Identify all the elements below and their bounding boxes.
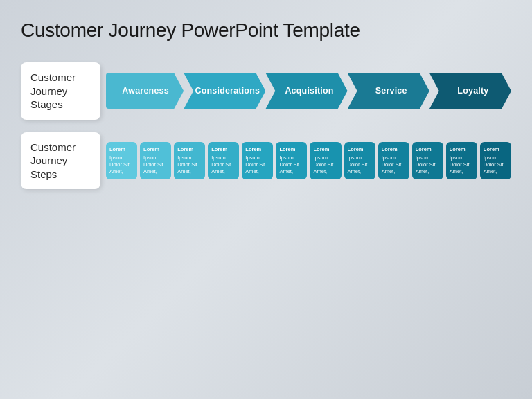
- step-card-5: LoremIpsum Dolor Sit Amet,: [242, 142, 273, 180]
- steps-chain: LoremIpsum Dolor Sit Amet,LoremIpsum Dol…: [106, 142, 511, 180]
- stages-row-label: Customer Journey Stages: [21, 62, 100, 120]
- stage-acquisition: Acquisition: [265, 73, 347, 109]
- stages-row: Customer Journey Stages AwarenessConside…: [21, 62, 511, 120]
- step-card-7: LoremIpsum Dolor Sit Amet,: [310, 142, 341, 180]
- step-card-11: LoremIpsum Dolor Sit Amet,: [446, 142, 477, 180]
- stage-considerations: Considerations: [184, 73, 265, 109]
- step-card-10: LoremIpsum Dolor Sit Amet,: [412, 142, 443, 180]
- step-card-4: LoremIpsum Dolor Sit Amet,: [208, 142, 239, 180]
- step-card-8: LoremIpsum Dolor Sit Amet,: [344, 142, 375, 180]
- step-card-6: LoremIpsum Dolor Sit Amet,: [276, 142, 307, 180]
- step-card-9: LoremIpsum Dolor Sit Amet,: [378, 142, 409, 180]
- page-title: Customer Journey PowerPoint Template: [21, 19, 511, 42]
- steps-row: Customer Journey Steps LoremIpsum Dolor …: [21, 132, 511, 190]
- stages-chain: AwarenessConsiderationsAcquisitionServic…: [106, 73, 511, 109]
- stage-loyalty: Loyalty: [429, 73, 511, 109]
- steps-row-label: Customer Journey Steps: [21, 132, 100, 190]
- step-card-3: LoremIpsum Dolor Sit Amet,: [174, 142, 205, 180]
- stage-service: Service: [348, 73, 429, 109]
- step-card-2: LoremIpsum Dolor Sit Amet,: [140, 142, 171, 180]
- stage-awareness: Awareness: [106, 73, 184, 109]
- step-card-12: LoremIpsum Dolor Sit Amet,: [480, 142, 511, 180]
- step-card-1: LoremIpsum Dolor Sit Amet,: [106, 142, 137, 180]
- page: Customer Journey PowerPoint Template Cus…: [0, 0, 532, 399]
